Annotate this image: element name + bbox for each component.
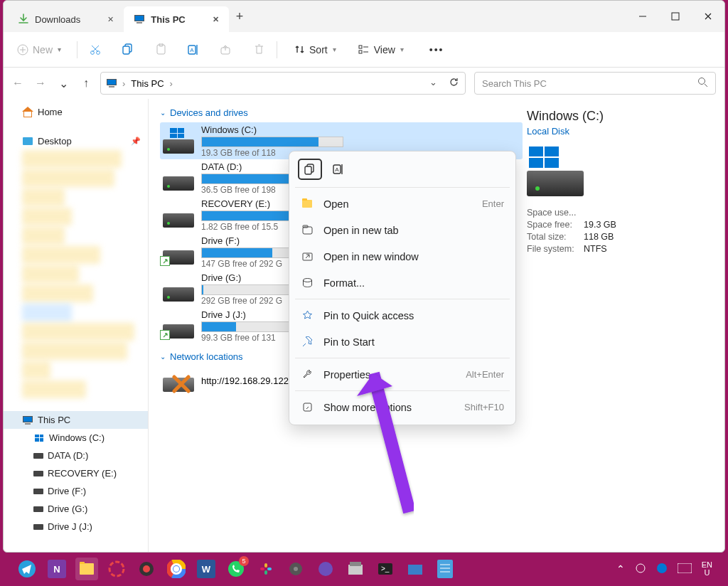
tab-close[interactable]: ✕	[107, 15, 114, 24]
pc-icon	[134, 14, 145, 25]
taskbar: N W 5 >_ ⌃ EN U	[3, 555, 725, 583]
ctx-show-more[interactable]: Show more optionsShift+F10	[294, 394, 511, 420]
svg-point-41	[173, 566, 179, 572]
open-tab-icon	[301, 225, 314, 235]
more-button[interactable]: •••	[425, 41, 449, 58]
ctx-open[interactable]: OpenEnter	[294, 191, 511, 217]
taskbar-terminal[interactable]: >_	[374, 558, 397, 580]
chevron-down-icon: ▾	[333, 46, 336, 53]
svg-point-62	[657, 563, 667, 573]
taskbar-app[interactable]	[135, 558, 158, 580]
ctx-format[interactable]: Format...	[294, 270, 511, 296]
tab-close[interactable]: ✕	[213, 15, 219, 24]
sidebar-desktop[interactable]: Desktop📌	[4, 132, 148, 150]
chevron-down-icon: ▾	[58, 46, 61, 53]
svg-rect-48	[264, 570, 267, 575]
up-button[interactable]: ↑	[80, 77, 92, 90]
copy-action[interactable]	[298, 159, 322, 180]
tab-downloads[interactable]: Downloads ✕	[8, 6, 124, 32]
sidebar-drive-j[interactable]: Drive J (J:)	[4, 518, 148, 536]
pc-icon	[107, 79, 117, 87]
sort-button[interactable]: Sort ▾	[289, 41, 341, 59]
breadcrumb-thispc[interactable]: This PC	[131, 78, 164, 89]
svg-rect-6	[123, 46, 129, 54]
search-icon	[697, 77, 708, 90]
ctx-open-tab[interactable]: Open in new tab	[294, 217, 511, 243]
ctx-open-window[interactable]: Open in new window	[294, 243, 511, 270]
svg-point-27	[303, 279, 311, 282]
taskbar-settings[interactable]	[284, 558, 307, 580]
ctx-properties[interactable]: PropertiesAlt+Enter	[294, 361, 511, 388]
history-button[interactable]: ⌄	[58, 77, 69, 90]
address-row: ← → ⌄ ↑ › This PC › ⌄ Search This PC	[4, 68, 724, 99]
new-button[interactable]: New ▾	[12, 41, 65, 59]
share-icon[interactable]	[220, 43, 232, 56]
taskbar-app[interactable]	[105, 558, 128, 580]
taskbar-telegram[interactable]	[16, 558, 38, 580]
ctx-pin-start[interactable]: Pin to Start	[294, 329, 511, 355]
new-tab-button[interactable]: +	[229, 9, 251, 24]
svg-rect-1	[672, 13, 679, 20]
refresh-button[interactable]	[449, 77, 459, 90]
taskbar-slack[interactable]	[255, 558, 277, 580]
forward-button[interactable]: →	[35, 77, 46, 90]
taskbar-explorer[interactable]	[75, 558, 98, 580]
chevron-down-icon: ▾	[400, 46, 404, 53]
tray-icon[interactable]	[635, 563, 646, 575]
recent-dropdown[interactable]: ⌄	[429, 77, 437, 90]
details-subtitle[interactable]: Local Disk	[527, 126, 702, 137]
sidebar-drive-d[interactable]: DATA (D:)	[4, 447, 148, 464]
svg-rect-63	[678, 563, 692, 573]
rename-action[interactable]: A	[326, 159, 350, 180]
space-free-value: 19.3 GB	[584, 220, 616, 230]
svg-text:A: A	[335, 166, 339, 173]
tray-chevron[interactable]: ⌃	[616, 563, 625, 575]
taskbar-notepad[interactable]	[434, 558, 456, 580]
back-button[interactable]: ←	[12, 77, 23, 90]
svg-text:A: A	[190, 47, 194, 53]
taskbar-app[interactable]	[314, 558, 337, 580]
desktop-icon	[22, 137, 33, 146]
sidebar-drive-g[interactable]: Drive (G:)	[4, 500, 148, 518]
format-icon	[301, 277, 314, 288]
taskbar-whatsapp[interactable]: 5	[225, 558, 247, 580]
tab-thispc[interactable]: This PC ✕	[124, 6, 228, 32]
copy-icon[interactable]	[122, 43, 134, 56]
space-used-label: Space use...	[527, 208, 578, 218]
search-input[interactable]: Search This PC	[474, 72, 716, 95]
section-devices[interactable]: ⌄Devices and drives	[160, 107, 523, 118]
sidebar-drive-e[interactable]: RECOVERY (E:)	[4, 464, 148, 482]
sidebar: Home Desktop📌 This PC Windows	[4, 99, 149, 552]
taskbar-word[interactable]: W	[195, 558, 218, 580]
delete-icon[interactable]	[252, 43, 265, 56]
maximize-button[interactable]	[659, 2, 692, 31]
chevron-down-icon: ⌄	[160, 353, 166, 361]
address-bar[interactable]: › This PC › ⌄	[100, 72, 466, 95]
tray-icon[interactable]	[656, 563, 668, 575]
sidebar-drive-f[interactable]: Drive (F:)	[4, 482, 148, 500]
toolbar: New ▾ A Sort ▾ View ▾ •••	[4, 32, 724, 68]
ctx-pin-quick-access[interactable]: Pin to Quick access	[294, 302, 511, 329]
svg-rect-45	[260, 568, 264, 570]
sidebar-thispc[interactable]: This PC	[4, 411, 148, 429]
svg-rect-28	[304, 403, 311, 411]
minimize-button[interactable]	[626, 2, 659, 31]
taskbar-app[interactable]	[404, 558, 427, 580]
taskbar-app[interactable]	[344, 558, 367, 580]
taskbar-onenote[interactable]: N	[46, 558, 68, 580]
sidebar-home[interactable]: Home	[4, 103, 148, 121]
view-button[interactable]: View ▾	[353, 41, 408, 59]
sidebar-drive-c[interactable]: Windows (C:)	[4, 429, 148, 447]
cut-icon[interactable]	[89, 43, 102, 56]
taskbar-chrome[interactable]	[165, 558, 188, 580]
close-button[interactable]	[692, 2, 724, 31]
tray-language[interactable]: EN U	[702, 561, 712, 577]
nav-arrows: ← → ⌄ ↑	[12, 77, 92, 90]
svg-point-61	[636, 564, 645, 572]
svg-rect-14	[359, 50, 362, 53]
rename-icon[interactable]: A	[187, 43, 200, 56]
svg-text:W: W	[202, 564, 211, 575]
drive-icon	[163, 313, 194, 339]
paste-icon[interactable]	[154, 43, 167, 56]
tray-keyboard-icon[interactable]	[678, 563, 692, 575]
